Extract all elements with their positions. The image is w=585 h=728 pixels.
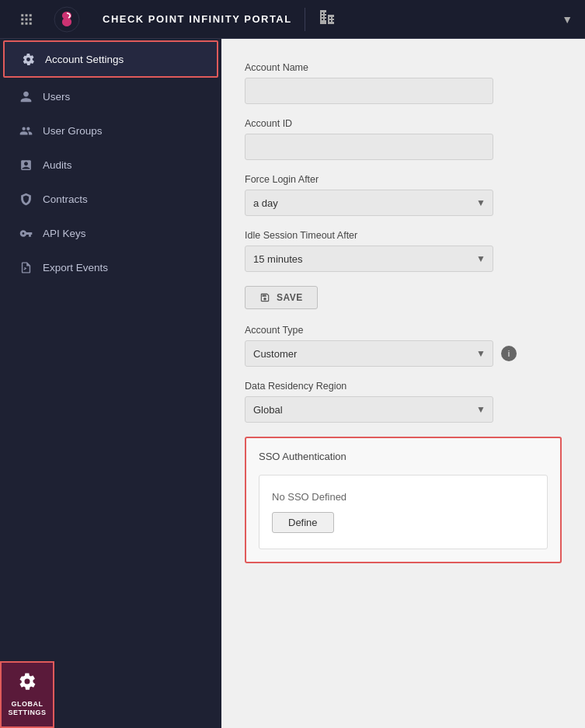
save-icon [259,292,270,303]
account-type-select[interactable]: Customer Partner MSP [245,340,493,367]
account-type-group: Account Type Customer Partner MSP ▼ i [245,325,562,367]
svg-rect-6 [21,22,23,24]
svg-rect-16 [322,19,323,20]
account-type-label: Account Type [245,325,562,336]
sidebar-item-users[interactable]: Users [0,79,221,113]
grid-menu-icon[interactable] [12,5,40,33]
account-name-input[interactable] [245,78,493,104]
sso-inner-box: No SSO Defined Define [259,475,548,549]
sidebar-item-account-settings[interactable]: Account Settings [3,40,218,78]
svg-rect-17 [325,19,326,20]
sidebar-item-user-groups[interactable]: User Groups [0,113,221,148]
sso-title: SSO Authentication [259,451,548,462]
idle-session-label: Idle Session Timeout After [245,230,562,241]
svg-rect-18 [329,17,331,19]
save-button[interactable]: SAVE [245,286,318,309]
logo [53,5,81,33]
sidebar-item-export-events[interactable]: Export Events [0,250,221,284]
account-name-group: Account Name [245,62,562,104]
audit-icon [18,157,33,172]
account-name-label: Account Name [245,62,562,73]
top-navbar: CHECK POINT INFINITY PORTAL ▼ [0,0,585,39]
svg-rect-0 [21,14,23,16]
portal-title: CHECK POINT INFINITY PORTAL [103,13,292,25]
account-type-row: Customer Partner MSP ▼ i [245,340,562,367]
api-icon [18,225,33,241]
svg-rect-5 [30,18,32,20]
account-type-info-icon[interactable]: i [501,346,517,361]
force-login-select[interactable]: a day 12 hours 7 days Never [245,190,493,216]
sso-authentication-box: SSO Authentication No SSO Defined Define [245,437,562,563]
svg-rect-2 [30,14,32,16]
force-login-group: Force Login After a day 12 hours 7 days … [245,174,562,216]
sidebar-item-audits[interactable]: Audits [0,148,221,182]
global-settings-icon [18,672,37,695]
define-button[interactable]: Define [272,512,334,533]
svg-rect-14 [322,16,323,17]
nav-divider [305,8,305,31]
data-residency-group: Data Residency Region Global US EU APAC … [245,381,562,423]
sidebar-item-contracts[interactable]: Contracts [0,182,221,216]
audits-label: Audits [43,159,72,171]
user-icon [18,89,33,104]
account-id-label: Account ID [245,118,562,129]
svg-rect-1 [26,14,28,16]
export-icon [18,260,33,275]
content-area: Account Name Account ID Force Login Afte… [221,39,585,728]
idle-session-select-wrapper: 15 minutes 30 minutes 1 hour Never ▼ [245,246,493,272]
sidebar-item-api-keys[interactable]: API Keys [0,216,221,250]
account-id-input[interactable] [245,134,493,160]
idle-session-group: Idle Session Timeout After 15 minutes 30… [245,230,562,272]
data-residency-select[interactable]: Global US EU APAC [245,396,493,423]
svg-rect-3 [21,18,23,20]
svg-rect-15 [325,16,326,17]
force-login-label: Force Login After [245,174,562,185]
user-groups-label: User Groups [43,125,103,137]
account-type-select-wrapper: Customer Partner MSP ▼ [245,340,493,367]
contracts-icon [18,191,33,207]
data-residency-label: Data Residency Region [245,381,562,392]
building-icon[interactable] [318,8,336,30]
svg-rect-13 [325,12,326,14]
account-id-group: Account ID [245,118,562,160]
global-settings-button[interactable]: GLOBALSETTINGS [0,661,54,728]
global-settings-label: GLOBALSETTINGS [8,700,46,717]
svg-rect-7 [26,22,28,24]
svg-rect-21 [333,20,334,22]
account-chevron[interactable]: ▼ [562,13,573,26]
users-icon [18,123,33,138]
main-layout: Account Settings Users User Groups Audit… [0,39,585,728]
gear-icon [20,51,36,67]
svg-rect-4 [26,18,28,20]
contracts-label: Contracts [43,193,88,205]
save-label: SAVE [277,292,303,303]
svg-rect-19 [333,17,334,19]
users-label: Users [43,91,70,103]
export-events-label: Export Events [43,262,108,273]
data-residency-select-wrapper: Global US EU APAC ▼ [245,396,493,423]
account-settings-label: Account Settings [45,54,124,65]
svg-rect-12 [322,12,323,14]
api-keys-label: API Keys [43,228,86,239]
sidebar: Account Settings Users User Groups Audit… [0,39,221,728]
idle-session-select[interactable]: 15 minutes 30 minutes 1 hour Never [245,246,493,272]
sso-no-defined-text: No SSO Defined [272,491,535,503]
svg-rect-11 [328,15,334,24]
force-login-select-wrapper: a day 12 hours 7 days Never ▼ [245,190,493,216]
svg-rect-20 [329,20,331,22]
svg-rect-8 [30,22,32,24]
